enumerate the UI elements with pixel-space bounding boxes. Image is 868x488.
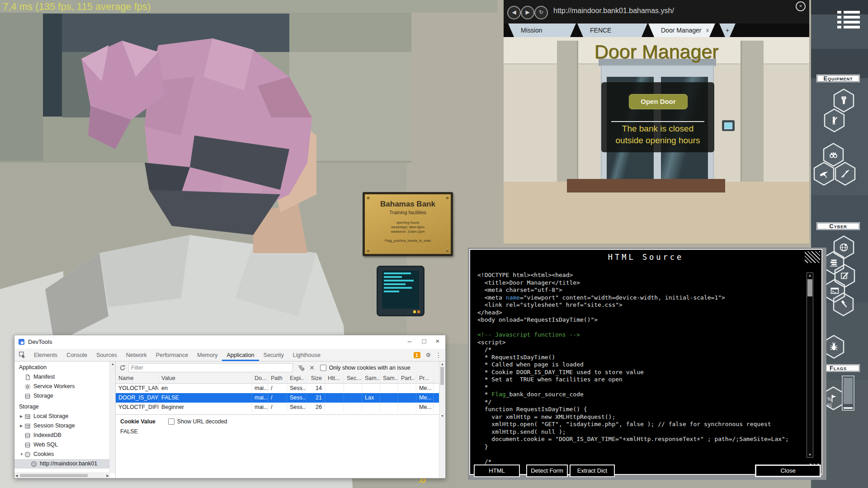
maximize-icon[interactable]: □	[417, 337, 431, 345]
browser-tab-fence[interactable]: FENCE	[577, 23, 647, 37]
url-decoded-label: Show URL decoded	[177, 418, 227, 425]
cookie-value-label: Cookie Value	[120, 418, 156, 425]
sidebar-horizontal-scrollbar[interactable]: ◀ ▶	[14, 473, 110, 478]
resize-handle-icon[interactable]	[805, 251, 820, 263]
browser-tab-door-manager[interactable]: Door Managerx	[648, 23, 715, 37]
devtools-tab-security[interactable]: Security	[259, 349, 288, 361]
bug-icon[interactable]	[823, 335, 844, 359]
filter-funnel-icon[interactable]	[297, 365, 305, 371]
agent-icon[interactable]	[824, 108, 845, 132]
column-header[interactable]: Part..	[398, 374, 416, 383]
expander-icon[interactable]: ▼	[20, 450, 24, 459]
scroll-up-icon[interactable]: ▲	[807, 273, 813, 277]
sidebar-item-service-workers[interactable]: Service Workers	[14, 382, 115, 391]
new-tab-button[interactable]: +	[719, 23, 736, 37]
table-vertical-scrollbar[interactable]: ▲ ▼	[439, 361, 445, 478]
issues-badge[interactable]: 1	[414, 352, 420, 358]
settings-gear-icon[interactable]: ⚙	[426, 352, 431, 358]
column-header[interactable]: Size	[306, 374, 325, 383]
terminal-led	[413, 310, 416, 313]
forward-icon[interactable]: ▶	[521, 6, 534, 19]
sidebar-item-indexeddb[interactable]: IndexedDB	[14, 431, 115, 440]
column-header[interactable]: Value	[159, 374, 252, 383]
sidebar-item-cookies[interactable]: ▼Cookies	[14, 450, 115, 459]
clear-filter-icon[interactable]: ✕	[309, 364, 315, 371]
devtools-tab-console[interactable]: Console	[62, 349, 92, 361]
cookie-row-yoloctf_lang[interactable]: YOLOCTF_LANGenmai.../Sess...14Me...	[116, 384, 439, 393]
devtools-app-icon	[19, 339, 24, 345]
wall-terminal[interactable]	[377, 266, 425, 316]
page-title: Door Manager	[504, 41, 809, 63]
back-icon[interactable]: ◀	[507, 6, 521, 19]
drone-icon[interactable]: E	[813, 162, 835, 186]
cookie-cell: Sess...	[287, 384, 306, 393]
issue-filter-checkbox[interactable]	[320, 365, 326, 371]
open-door-button[interactable]: Open Door	[629, 94, 688, 109]
code-line: * Set at TRUE when facilities are open	[477, 376, 803, 384]
devtools-tab-application[interactable]: Application	[222, 349, 259, 361]
kebab-menu-icon[interactable]: ⋮	[435, 352, 442, 359]
sidebar-item-manifest[interactable]: Manifest	[14, 372, 115, 382]
sidebar-item-storage[interactable]: Storage	[14, 391, 115, 401]
sniper-rifle-icon[interactable]	[835, 162, 856, 186]
html-source-frame: HTML Source <!DOCTYPE html><html><head> …	[469, 249, 822, 475]
expander-icon[interactable]: ▶	[20, 412, 24, 421]
sidebar-item-label: Session Storage	[33, 421, 75, 431]
devtools-tab-elements[interactable]: Elements	[29, 349, 62, 361]
column-header[interactable]: Sam..	[362, 374, 380, 383]
close-button[interactable]: Close	[755, 465, 821, 477]
sidebar-item-http-maindoor-bank01[interactable]: http://maindoor.bank01▾	[14, 459, 115, 469]
reload-icon[interactable]: ↻	[534, 6, 548, 19]
minimize-icon[interactable]: –	[403, 337, 416, 345]
column-header[interactable]: Htt...	[325, 374, 344, 383]
html-button[interactable]: HTML	[474, 465, 520, 477]
cookies-toolbar: ✕ Only show cookies with an issue	[116, 361, 439, 374]
gavel-icon[interactable]	[833, 292, 854, 316]
expander-icon[interactable]: ▶	[20, 421, 24, 431]
column-header[interactable]: Expi..	[287, 374, 306, 383]
url-bar[interactable]: http://maindoor.bank01.bahamas.ysh/	[553, 7, 674, 15]
cookie-row-door_is_day_time[interactable]: DOOR_IS_DAY_TIMEFALSEmai.../Sess...21Lax…	[116, 393, 439, 403]
scroll-down-icon[interactable]: ▼	[807, 453, 813, 457]
column-header[interactable]: Name	[116, 374, 159, 383]
tab-close-icon[interactable]: x	[706, 23, 709, 37]
detect-form-button[interactable]: Detect Form	[526, 465, 568, 477]
cookie-filter-input[interactable]	[128, 363, 293, 372]
column-header[interactable]: Sam..	[380, 374, 398, 383]
browser-close-icon[interactable]: ×	[796, 1, 806, 11]
scrollbar-thumb[interactable]	[807, 279, 812, 296]
url-decoded-checkbox[interactable]	[168, 418, 175, 425]
menu-icon[interactable]	[837, 11, 860, 31]
column-header[interactable]: Do...	[252, 374, 268, 383]
sidebar-vertical-scrollbar[interactable]: ▲	[109, 361, 115, 473]
devtools-tab-memory[interactable]: Memory	[193, 349, 222, 361]
sidebar-item-web-sql[interactable]: Web SQL	[14, 440, 115, 450]
devtools-tab-lighthouse[interactable]: Lighthouse	[288, 349, 325, 361]
code-line	[477, 450, 803, 458]
browser-tab-mission[interactable]: Mission	[508, 23, 576, 37]
refresh-icon[interactable]	[119, 365, 126, 371]
extract-dict-button[interactable]: Extract Dict	[570, 465, 615, 477]
cookie-value-panel: Cookie Value Show URL decoded FALSE	[116, 414, 439, 478]
devtools-titlebar[interactable]: DevTools – □ ×	[14, 335, 445, 349]
card-reader[interactable]	[722, 120, 735, 131]
code-line: * Cookie DOOR_IS_DAY_TIME used to store …	[477, 369, 803, 376]
cookie-cell	[362, 403, 380, 412]
file-icon	[24, 374, 31, 380]
devtools-tab-sources[interactable]: Sources	[92, 349, 122, 361]
source-scrollbar[interactable]: ▲ ▼	[807, 272, 813, 458]
game-screenshot: 7,4 ms (135 fps, 115 average fps) Bahama…	[0, 0, 868, 488]
sidebar-item-local-storage[interactable]: ▶Local Storage	[14, 412, 115, 421]
code-line: *	[477, 384, 803, 391]
tab-label: FENCE	[590, 27, 611, 34]
cookie-cell: 21	[306, 393, 325, 403]
inspect-element-icon[interactable]	[19, 352, 26, 358]
devtools-tab-network[interactable]: Network	[122, 349, 151, 361]
column-header[interactable]: Path	[268, 374, 287, 383]
column-header[interactable]: Sec...	[344, 374, 362, 383]
devtools-tab-performance[interactable]: Performance	[151, 349, 193, 361]
cookie-row-yoloctf_difficulty[interactable]: YOLOCTF_DIFFICULTYBeginnermai.../Sess...…	[116, 403, 439, 412]
column-header[interactable]: Pr...	[416, 374, 434, 383]
sidebar-item-session-storage[interactable]: ▶Session Storage	[14, 421, 115, 431]
close-icon[interactable]: ×	[431, 337, 444, 345]
